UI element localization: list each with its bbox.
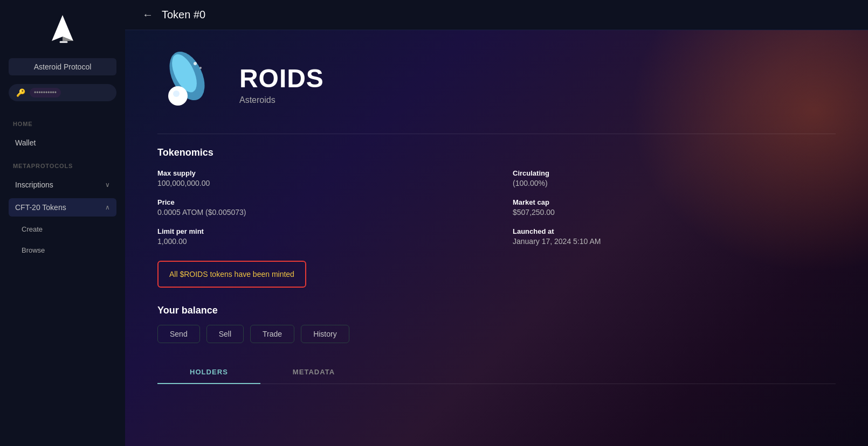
minted-banner: All $ROIDS tokens have been minted [157,261,306,288]
logo-container [9,13,116,47]
page-title: Token #0 [162,9,205,21]
max-supply-value: 100,000,000.00 [157,179,480,187]
sidebar-sub-item-browse[interactable]: Browse [9,242,116,259]
tab-holders-label: HOLDERS [190,368,228,376]
price-value: 0.0005 ATOM ($0.005073) [157,208,480,217]
inscriptions-label: Inscriptions [15,180,53,189]
wallet-address: •••••••••• [30,88,61,97]
key-icon: 🔑 [16,88,25,97]
balance-actions: Send Sell Trade History [157,325,836,343]
stat-max-supply: Max supply 100,000,000.00 [157,169,480,187]
sidebar-wallet-label: Wallet [15,138,36,147]
sidebar-item-inscriptions[interactable]: Inscriptions ∨ [9,176,116,194]
send-button[interactable]: Send [157,325,200,343]
price-label: Price [157,198,480,206]
history-button[interactable]: History [301,325,349,343]
market-cap-value: $507,250.00 [513,208,836,217]
tokenomics-grid: Max supply 100,000,000.00 Circulating (1… [157,169,836,246]
inscriptions-chevron-icon: ∨ [105,181,110,189]
main-area: ← Token #0 ROIDS [125,0,868,446]
svg-point-7 [194,62,197,65]
meta-section-label: METAPROTOCOLS [9,161,116,171]
minted-banner-text: All $ROIDS tokens have been minted [169,270,294,278]
divider-1 [157,134,836,134]
token-logo [157,52,222,116]
svg-point-6 [173,90,180,97]
sell-button[interactable]: Sell [206,325,244,343]
limit-value: 1,000.00 [157,237,480,246]
app-name: Asteroid Protocol [9,58,116,75]
tab-holders[interactable]: HOLDERS [157,360,260,384]
tab-metadata-label: METADATA [293,368,335,376]
app-logo [45,13,80,47]
token-subname: Asteroids [239,95,324,105]
circulating-value: (100.00%) [513,179,836,187]
stat-circulating: Circulating (100.00%) [513,169,836,187]
token-symbol: ROIDS [239,64,324,93]
sidebar-item-cft20[interactable]: CFT-20 Tokens ∧ [9,198,116,217]
max-supply-label: Max supply [157,169,480,177]
trade-button[interactable]: Trade [250,325,294,343]
content-area: ROIDS Asteroids Tokenomics Max supply 10… [125,30,868,446]
svg-point-8 [199,67,202,69]
balance-title: Your balance [157,305,836,316]
sidebar-sub-item-create[interactable]: Create [9,221,116,238]
back-button[interactable]: ← [142,9,153,21]
token-header: ROIDS Asteroids [157,52,836,116]
wallet-button[interactable]: 🔑 •••••••••• [9,84,116,101]
sidebar: Asteroid Protocol 🔑 •••••••••• HOME Wall… [0,0,125,446]
content-inner: ROIDS Asteroids Tokenomics Max supply 10… [125,30,868,406]
token-name-block: ROIDS Asteroids [239,64,324,105]
home-section-label: HOME [9,119,116,129]
stat-launched: Launched at January 17, 2024 5:10 AM [513,227,836,246]
cft20-chevron-icon: ∧ [105,204,110,211]
tokenomics-title: Tokenomics [157,147,836,158]
market-cap-label: Market cap [513,198,836,206]
launched-value: January 17, 2024 5:10 AM [513,237,836,246]
stat-market-cap: Market cap $507,250.00 [513,198,836,217]
tabs-row: HOLDERS METADATA [157,360,836,384]
circulating-label: Circulating [513,169,836,177]
browse-label: Browse [22,246,45,254]
cft20-label: CFT-20 Tokens [15,203,66,212]
tab-metadata[interactable]: METADATA [260,360,367,384]
stat-price: Price 0.0005 ATOM ($0.005073) [157,198,480,217]
stat-limit: Limit per mint 1,000.00 [157,227,480,246]
create-label: Create [22,225,43,233]
header-bar: ← Token #0 [125,0,868,30]
launched-label: Launched at [513,227,836,235]
limit-label: Limit per mint [157,227,480,235]
sidebar-item-wallet[interactable]: Wallet [9,134,116,152]
